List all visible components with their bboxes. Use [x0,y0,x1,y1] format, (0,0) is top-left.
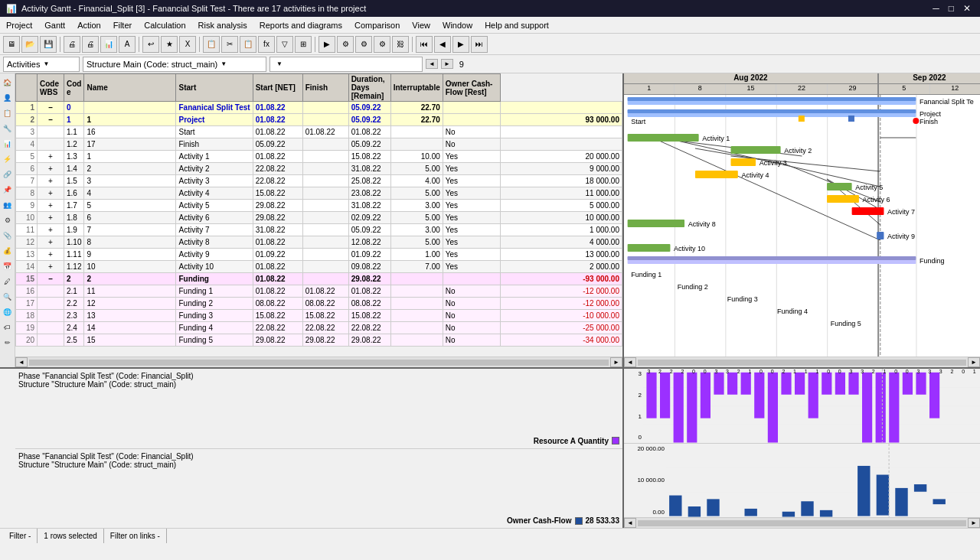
nav-right-btn[interactable]: ► [441,59,453,69]
tb-nav4[interactable]: ⏭ [471,36,488,53]
cell-expand[interactable] [38,322,64,334]
cell-expand[interactable] [38,126,64,138]
tb-copy[interactable]: 📋 [203,36,220,53]
table-row[interactable]: 14 + 1.12 10 Activity 10 01.08.22 09.08.… [16,261,622,273]
cell-expand[interactable]: + [38,236,64,249]
cell-expand[interactable]: + [38,151,64,163]
phase-dropdown[interactable]: ▼ [270,57,423,72]
sidebar-icon-5[interactable]: 📊 [1,137,15,151]
sidebar-icon-8[interactable]: 📌 [1,183,15,197]
cell-expand[interactable]: – [38,273,64,285]
sidebar-icon-9[interactable]: 👥 [1,198,15,212]
tb-star[interactable]: ★ [161,36,178,53]
table-row[interactable]: 12 + 1.10 8 Activity 8 01.08.22 12.08.22… [16,236,622,249]
tb-calc3[interactable]: ⚙ [374,36,390,53]
sidebar-icon-16[interactable]: 🌐 [1,305,15,319]
menu-project[interactable]: Project [0,19,38,31]
maximize-button[interactable]: □ [946,3,957,14]
chart-hscroll[interactable]: ◄ ► [624,517,980,528]
tb-undo[interactable]: ↩ [142,36,159,53]
hscroll-left[interactable]: ◄ [15,357,28,367]
table-row[interactable]: 5 + 1.3 1 Activity 1 01.08.22 15.08.22 1… [16,151,622,163]
tb-nav1[interactable]: ⏮ [416,36,433,53]
tb-filter1[interactable]: ▽ [276,36,293,53]
sidebar-icon-3[interactable]: 📋 [1,106,15,120]
cell-expand[interactable]: + [38,261,64,273]
close-button[interactable]: ✕ [960,3,974,14]
cell-expand[interactable]: + [38,175,64,187]
table-row[interactable]: 13 + 1.11 9 Activity 9 01.09.22 01.09.22… [16,249,622,261]
cell-expand[interactable] [38,334,64,347]
sidebar-icon-18[interactable]: ✏ [1,336,15,350]
table-row[interactable]: 17 2.2 12 Funding 2 08.08.22 08.08.22 08… [16,298,622,310]
table-row[interactable]: 3 1.1 16 Start 01.08.22 01.08.22 01.08.2… [16,126,622,138]
cell-expand[interactable]: – [38,114,64,126]
table-row[interactable]: 10 + 1.8 6 Activity 6 29.08.22 02.09.22 … [16,212,622,224]
cell-expand[interactable]: – [38,102,64,114]
sidebar-icon-14[interactable]: 🖊 [1,275,15,288]
tb-nav3[interactable]: ▶ [452,36,469,53]
hscroll-right[interactable]: ► [610,357,622,367]
table-row[interactable]: 4 1.2 17 Finish 05.09.22 05.09.22 No [16,138,622,151]
table-hscroll[interactable]: ◄ ► [15,357,622,367]
table-row[interactable]: 15 – 2 2 Funding 01.08.22 29.08.22 -93 0… [16,273,622,285]
tb-play[interactable]: ▶ [318,36,335,53]
tb-calc1[interactable]: ⚙ [337,36,354,53]
table-row[interactable]: 6 + 1.4 2 Activity 2 22.08.22 31.08.22 5… [16,163,622,175]
tb-save[interactable]: 💾 [40,36,57,53]
sidebar-icon-12[interactable]: 💰 [1,244,15,258]
menu-comparison[interactable]: Comparison [348,19,406,31]
cell-expand[interactable]: + [38,224,64,236]
menu-risk[interactable]: Risk analysis [192,19,253,31]
sidebar-icon-1[interactable]: 🏠 [1,76,15,90]
sidebar-icon-11[interactable]: 📎 [1,229,15,243]
tb-print1[interactable]: 🖨 [64,36,80,53]
cell-expand[interactable]: + [38,187,64,200]
tb-filter2[interactable]: ⊞ [295,36,312,53]
chart-scroll-left[interactable]: ◄ [624,518,636,528]
table-row[interactable]: 8 + 1.6 4 Activity 4 15.08.22 23.08.22 5… [16,187,622,200]
nav-left-btn[interactable]: ◄ [426,59,438,69]
sidebar-icon-17[interactable]: 🏷 [1,321,15,334]
structure-dropdown[interactable]: Structure Main (Code: struct_main) ▼ [83,57,266,72]
cell-expand[interactable]: + [38,212,64,224]
gantt-scroll-right[interactable]: ► [968,357,980,367]
menu-help[interactable]: Help and support [479,19,555,31]
tb-new[interactable]: 🖥 [3,36,20,53]
cell-expand[interactable]: + [38,163,64,175]
menu-reports[interactable]: Reports and diagrams [253,19,348,31]
sidebar-icon-10[interactable]: ⚙ [1,213,15,227]
table-row[interactable]: 11 + 1.9 7 Activity 7 31.08.22 05.09.22 … [16,224,622,236]
sidebar-icon-7[interactable]: 🔗 [1,168,15,181]
activities-dropdown[interactable]: Activities ▼ [3,57,80,72]
tb-print2[interactable]: 🖨 [82,36,99,53]
tb-nav2[interactable]: ◀ [434,36,451,53]
table-row[interactable]: 16 2.1 11 Funding 1 01.08.22 01.08.22 01… [16,285,622,298]
menu-window[interactable]: Window [436,19,479,31]
cell-expand[interactable] [38,310,64,322]
sidebar-icon-4[interactable]: 🔧 [1,122,15,135]
sidebar-icon-2[interactable]: 👤 [1,91,15,105]
chart-scroll-right[interactable]: ► [968,518,980,528]
gantt-scroll-left[interactable]: ◄ [624,357,636,367]
table-row[interactable]: 1 – 0 Fananical Split Test 01.08.22 05.0… [16,102,622,114]
table-row[interactable]: 20 2.5 15 Funding 5 29.08.22 29.08.22 29… [16,334,622,347]
gantt-hscroll[interactable]: ◄ ► [624,357,980,367]
sidebar-icon-6[interactable]: ⚡ [1,152,15,166]
data-table[interactable]: Code WBS Cod e Name Start Start [NET] Fi… [15,73,622,357]
tb-open[interactable]: 📂 [21,36,38,53]
tb-calc2[interactable]: ⚙ [355,36,372,53]
cell-expand[interactable]: + [38,200,64,212]
sidebar-icon-15[interactable]: 🔍 [1,290,15,304]
tb-chart[interactable]: 📊 [100,36,117,53]
tb-text[interactable]: A [119,36,136,53]
menu-calculation[interactable]: Calculation [138,19,191,31]
table-row[interactable]: 2 – 1 1 Project 01.08.22 05.09.22 22.70 … [16,114,622,126]
cell-expand[interactable] [38,285,64,298]
tb-formula[interactable]: fx [258,36,275,53]
tb-cut[interactable]: ✂ [221,36,238,53]
cell-expand[interactable] [38,138,64,151]
tb-link[interactable]: ⛓ [392,36,409,53]
cell-expand[interactable]: + [38,249,64,261]
cell-expand[interactable] [38,298,64,310]
